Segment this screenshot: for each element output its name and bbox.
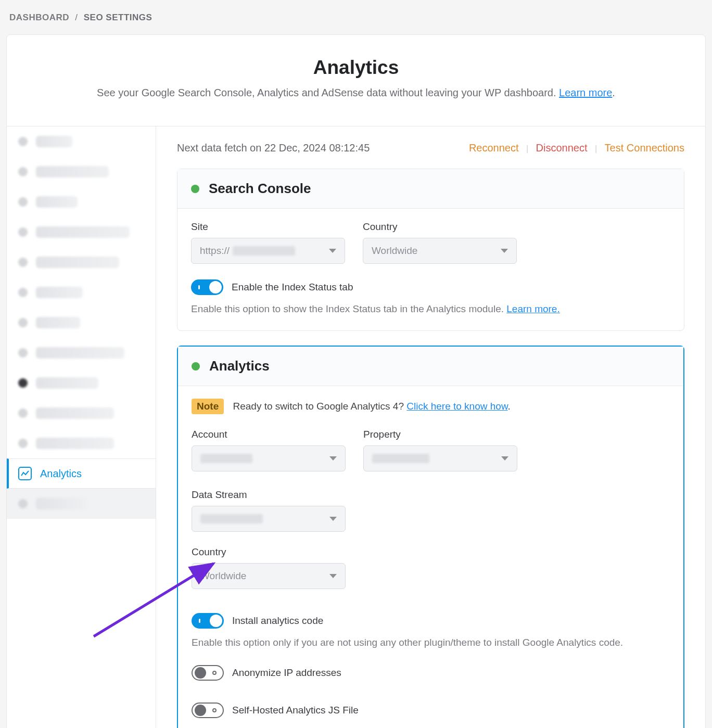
data-stream-label: Data Stream [192, 489, 346, 501]
chevron-down-icon [501, 456, 508, 461]
anonymize-ip-toggle[interactable] [192, 665, 224, 681]
section-header: Search Console [177, 169, 684, 209]
index-status-help: Enable this option to show the Index Sta… [191, 303, 670, 315]
note-text: Ready to switch to Google Analytics 4? [233, 401, 407, 412]
meta-row: Next data fetch on 22 Dec, 2024 08:12:45… [177, 142, 684, 154]
index-status-toggle-label: Enable the Index Status tab [232, 282, 353, 293]
account-value-blurred [200, 454, 252, 463]
period: . [612, 87, 615, 98]
analytics-country-label: Country [192, 546, 670, 558]
settings-sidebar: Analytics [7, 126, 156, 728]
sidebar-item-blurred-4[interactable] [7, 217, 156, 247]
sidebar-item-blurred-6[interactable] [7, 277, 156, 308]
ga4-note: Note Ready to switch to Google Analytics… [192, 399, 670, 414]
account-select[interactable] [192, 445, 346, 471]
breadcrumb-root[interactable]: DASHBOARD [9, 12, 69, 22]
stream-value-blurred [200, 514, 263, 523]
page-title: Analytics [28, 57, 684, 79]
sidebar-item-blurred-5[interactable] [7, 247, 156, 277]
sidebar-item-blurred-8[interactable] [7, 338, 156, 368]
section-analytics: Analytics Note Ready to switch to Google… [177, 346, 684, 728]
help-text-span: Enable this option to show the Index Sta… [191, 303, 506, 314]
sidebar-item-blurred-10[interactable] [7, 398, 156, 428]
note-badge: Note [192, 399, 224, 414]
connection-links: Reconnect | Disconnect | Test Connection… [469, 142, 684, 154]
index-status-toggle[interactable] [191, 279, 223, 295]
sidebar-item-analytics[interactable]: Analytics [7, 458, 156, 489]
chevron-down-icon [329, 456, 337, 461]
sidebar-item-blurred-11[interactable] [7, 428, 156, 458]
sc-country-value: Worldwide [372, 245, 417, 257]
section-header: Analytics [178, 347, 683, 386]
site-value-prefix: https:// [200, 245, 230, 257]
sidebar-item-label: Analytics [40, 468, 82, 480]
next-fetch-text: Next data fetch on 22 Dec, 2024 08:12:45 [177, 142, 370, 154]
sidebar-item-blurred-12[interactable] [7, 489, 156, 519]
index-status-learn-more-link[interactable]: Learn more. [506, 303, 560, 314]
chevron-down-icon [329, 574, 337, 578]
sidebar-item-blurred-7[interactable] [7, 308, 156, 338]
breadcrumb-separator: / [75, 12, 78, 22]
property-value-blurred [372, 454, 429, 463]
link-divider: | [595, 144, 597, 153]
property-select[interactable] [363, 445, 517, 471]
content-panel: Next data fetch on 22 Dec, 2024 08:12:45… [156, 126, 705, 728]
install-analytics-help: Enable this option only if you are not u… [192, 637, 670, 648]
self-hosted-js-toggle[interactable] [192, 703, 224, 718]
chevron-down-icon [329, 249, 336, 253]
self-hosted-js-label: Self-Hosted Analytics JS File [232, 705, 359, 716]
analytics-country-value: Worldwide [200, 570, 246, 582]
sidebar-item-blurred-1[interactable] [7, 126, 156, 157]
sidebar-item-blurred-9[interactable] [7, 368, 156, 398]
site-value-blurred [233, 246, 295, 256]
chart-line-icon [18, 467, 32, 480]
breadcrumb: DASHBOARD / SEO SETTINGS [6, 6, 706, 34]
ga4-note-link[interactable]: Click here to know how [406, 401, 507, 412]
country-label: Country [363, 221, 517, 233]
test-connections-link[interactable]: Test Connections [605, 142, 684, 154]
section-search-console: Search Console Site https:// [177, 169, 684, 331]
period: . [508, 401, 511, 412]
learn-more-link[interactable]: Learn more [559, 87, 612, 98]
page-subtitle: See your Google Search Console, Analytic… [28, 87, 684, 99]
anonymize-ip-label: Anonymize IP addresses [232, 667, 341, 679]
account-label: Account [192, 429, 346, 440]
sc-country-select[interactable]: Worldwide [363, 238, 517, 264]
site-label: Site [191, 221, 345, 233]
install-analytics-label: Install analytics code [232, 615, 323, 627]
chevron-down-icon [329, 517, 337, 521]
sidebar-item-blurred-2[interactable] [7, 157, 156, 187]
install-analytics-toggle[interactable] [192, 613, 224, 629]
breadcrumb-current: SEO SETTINGS [84, 12, 152, 22]
data-stream-select[interactable] [192, 506, 346, 532]
disconnect-link[interactable]: Disconnect [536, 142, 588, 154]
analytics-country-select[interactable]: Worldwide [192, 563, 346, 589]
status-dot-icon [192, 362, 200, 371]
site-select[interactable]: https:// [191, 238, 345, 264]
subtitle-text: See your Google Search Console, Analytic… [97, 87, 559, 98]
sidebar-item-blurred-3[interactable] [7, 187, 156, 217]
link-divider: | [526, 144, 528, 153]
settings-card: Analytics See your Google Search Console… [6, 34, 706, 728]
chevron-down-icon [501, 249, 508, 253]
property-label: Property [363, 429, 517, 440]
status-dot-icon [191, 185, 199, 193]
card-header: Analytics See your Google Search Console… [7, 35, 705, 126]
reconnect-link[interactable]: Reconnect [469, 142, 519, 154]
section-title: Analytics [209, 358, 270, 374]
section-title: Search Console [209, 181, 311, 197]
